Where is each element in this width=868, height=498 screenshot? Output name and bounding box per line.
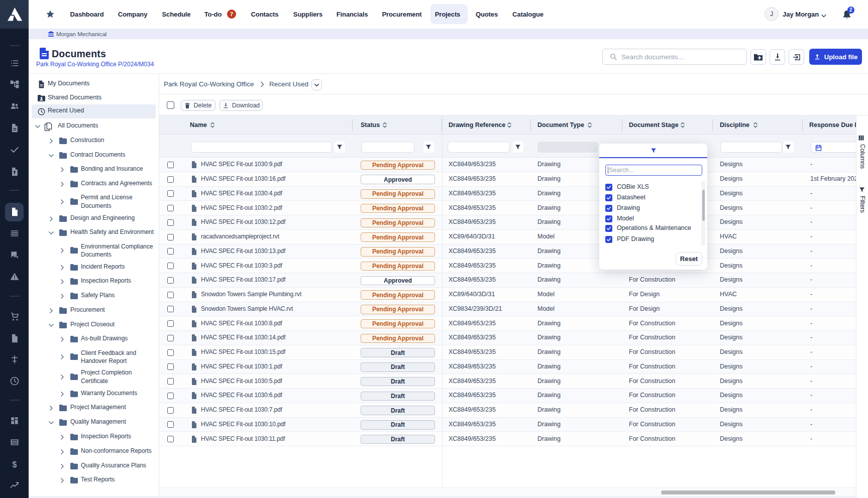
- svg-text:$: $: [12, 460, 17, 469]
